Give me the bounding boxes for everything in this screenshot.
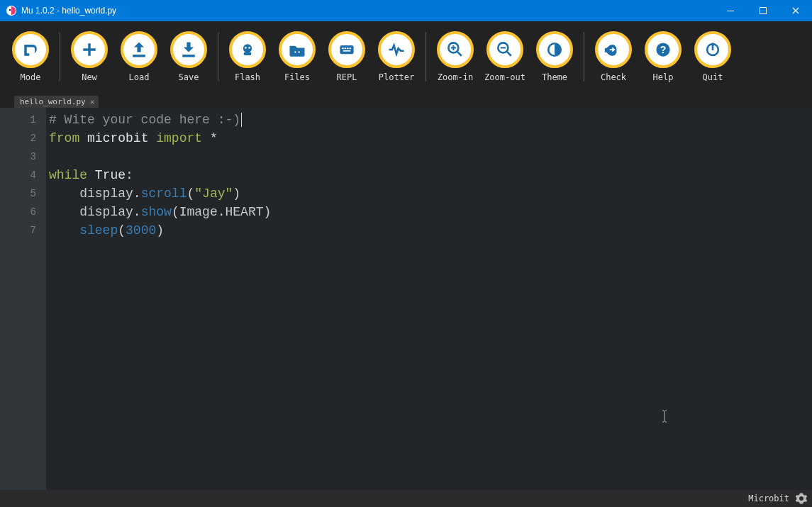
code-area[interactable]: # Wite your code here :-)from microbit i…	[46, 108, 812, 490]
status-mode-label: Microbit	[748, 494, 789, 503]
svg-point-10	[298, 51, 299, 52]
flash-button[interactable]: Flash	[223, 31, 272, 82]
save-button[interactable]: Save	[164, 31, 213, 82]
svg-rect-13	[345, 48, 347, 49]
code-line[interactable]: while True:	[46, 166, 812, 184]
zoom-in-icon	[437, 31, 474, 68]
line-number: 3	[0, 147, 46, 166]
toolbar-button-label: Zoom-out	[484, 72, 525, 82]
svg-rect-12	[342, 48, 344, 49]
line-number: 6	[0, 203, 46, 221]
svg-point-9	[294, 51, 296, 52]
plotter-icon	[378, 31, 415, 68]
window-minimize-button[interactable]	[714, 0, 747, 21]
line-number: 2	[0, 129, 46, 147]
quit-icon	[694, 31, 731, 68]
check-button[interactable]: Check	[589, 31, 638, 82]
svg-point-8	[248, 47, 250, 49]
theme-icon	[536, 31, 573, 68]
plotter-button[interactable]: Plotter	[372, 31, 421, 82]
toolbar-button-label: Mode	[21, 72, 41, 82]
editor-tab[interactable]: hello_world.py✕	[14, 96, 99, 108]
flash-icon	[229, 31, 266, 68]
code-line[interactable]	[46, 147, 812, 166]
zoom-out-button[interactable]: Zoom-out	[480, 31, 530, 82]
settings-gear-icon[interactable]	[795, 492, 808, 505]
toolbar-separator	[218, 32, 218, 82]
help-button[interactable]: ?Help	[638, 31, 688, 82]
zoom-in-button[interactable]: Zoom-in	[430, 31, 480, 82]
toolbar-button-label: Help	[653, 72, 674, 82]
toolbar-button-label: Flash	[235, 72, 260, 82]
svg-point-5	[243, 44, 252, 52]
check-icon	[595, 31, 632, 68]
toolbar-separator	[426, 32, 426, 82]
save-icon	[170, 31, 207, 68]
help-icon: ?	[645, 31, 682, 68]
main-toolbar: ModeNewLoadSaveFlashFilesREPLPlotterZoom…	[0, 21, 812, 92]
status-bar: Microbit	[0, 490, 812, 507]
load-button[interactable]: Load	[114, 31, 164, 82]
files-icon	[279, 31, 316, 68]
svg-rect-14	[347, 48, 349, 49]
mode-button[interactable]: Mode	[6, 31, 55, 82]
toolbar-button-label: Files	[284, 72, 310, 82]
code-line[interactable]: # Wite your code here :-)	[46, 111, 812, 129]
svg-rect-3	[760, 8, 767, 14]
window-close-button[interactable]	[779, 0, 812, 21]
svg-point-4	[32, 48, 34, 50]
load-icon	[121, 31, 157, 68]
svg-rect-6	[244, 52, 252, 55]
line-number-gutter: 1234567	[0, 108, 46, 490]
toolbar-button-label: New	[82, 72, 97, 82]
toolbar-button-label: Save	[179, 72, 199, 82]
new-icon	[71, 31, 108, 68]
editor-tab-row: hello_world.py✕	[0, 92, 812, 108]
app-icon	[6, 5, 17, 16]
new-button[interactable]: New	[65, 31, 114, 82]
zoom-out-icon	[486, 31, 523, 68]
toolbar-button-label: Load	[129, 72, 150, 82]
repl-icon	[328, 31, 365, 68]
text-cursor-ibeam-icon	[661, 410, 668, 423]
line-number: 7	[0, 221, 46, 240]
tab-filename: hello_world.py	[20, 97, 86, 106]
toolbar-button-label: Check	[601, 72, 626, 82]
code-editor[interactable]: 1234567 # Wite your code here :-)from mi…	[0, 108, 812, 490]
line-number: 4	[0, 166, 46, 184]
window-title: Mu 1.0.2 - hello_world.py	[21, 6, 116, 16]
svg-rect-23	[712, 43, 714, 50]
svg-rect-15	[350, 48, 352, 49]
code-line[interactable]: display.show(Image.HEART)	[46, 203, 812, 221]
code-line[interactable]: sleep(3000)	[46, 221, 812, 240]
svg-point-1	[9, 9, 11, 11]
repl-button[interactable]: REPL	[322, 31, 372, 82]
tab-close-icon[interactable]: ✕	[90, 97, 95, 106]
toolbar-button-label: Quit	[703, 72, 723, 82]
toolbar-button-label: Plotter	[379, 72, 415, 82]
window-titlebar: Mu 1.0.2 - hello_world.py	[0, 0, 812, 21]
quit-button[interactable]: Quit	[688, 31, 738, 82]
svg-rect-11	[340, 45, 353, 54]
toolbar-separator	[60, 32, 60, 82]
window-maximize-button[interactable]	[747, 0, 779, 21]
text-caret	[241, 113, 242, 127]
svg-rect-16	[343, 50, 351, 52]
mode-icon	[12, 31, 49, 68]
toolbar-button-label: REPL	[337, 72, 357, 82]
theme-button[interactable]: Theme	[530, 31, 579, 82]
toolbar-separator	[584, 32, 584, 82]
svg-text:?: ?	[660, 44, 667, 55]
toolbar-button-label: Theme	[542, 72, 567, 82]
svg-rect-2	[727, 11, 734, 11]
files-button[interactable]: Files	[272, 31, 322, 82]
line-number: 5	[0, 184, 46, 203]
toolbar-button-label: Zoom-in	[438, 72, 474, 82]
svg-point-7	[245, 47, 247, 49]
code-line[interactable]: from microbit import *	[46, 129, 812, 147]
line-number: 1	[0, 111, 46, 129]
code-line[interactable]: display.scroll("Jay")	[46, 184, 812, 203]
